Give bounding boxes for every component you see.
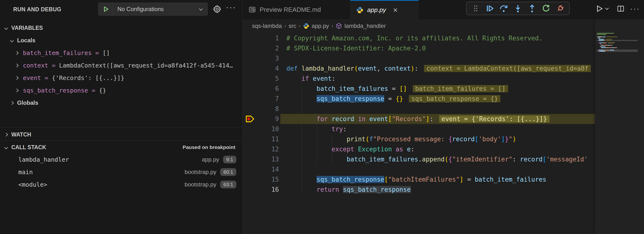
minimap[interactable]	[595, 19, 644, 234]
code-line[interactable]: 12 except Exception as e:	[243, 144, 595, 154]
debug-step-out-icon[interactable]	[526, 3, 538, 14]
breadcrumb-separator: ›	[299, 23, 300, 29]
frame-line-badge: 9:1	[223, 156, 236, 163]
line-number: 12	[243, 144, 279, 154]
run-file-icon[interactable]	[595, 4, 604, 13]
line-number: 5	[243, 74, 279, 84]
symbol-method-icon	[336, 23, 342, 29]
variable-equals: =	[92, 49, 102, 56]
watch-section-header[interactable]: WATCH	[0, 128, 242, 141]
drag-handle-icon[interactable]	[470, 3, 481, 14]
tab-app-py[interactable]: app.py	[350, 0, 419, 19]
breadcrumb-item[interactable]: sqs-lambda	[252, 23, 282, 29]
call-stack-section-header[interactable]: CALL STACK Paused on breakpoint	[0, 141, 242, 153]
variable-row[interactable]: sqs_batch_response = {}	[0, 84, 242, 97]
run-dropdown-chevron-icon[interactable]	[604, 6, 610, 11]
line-content: sqs_batch_response = {}sqs_batch_respons…	[286, 94, 500, 104]
close-icon[interactable]	[392, 7, 398, 13]
stack-frame-row[interactable]: <module>bootstrap.py63:1	[0, 178, 242, 191]
code-token: # SPDX-License-Identifier: Apache-2.0	[286, 45, 426, 52]
variable-row[interactable]: context = LambdaContext([aws_request_id=…	[0, 59, 242, 72]
code-token: {	[448, 156, 452, 163]
line-number: 3	[243, 53, 279, 63]
minimap-token-bar	[600, 46, 602, 47]
chevron-right-icon	[10, 101, 14, 105]
code-editor[interactable]: 1# Copyright Amazon.com, Inc. or its aff…	[243, 33, 595, 234]
debug-step-over-icon[interactable]	[498, 3, 510, 14]
chevron-down-icon	[199, 7, 203, 10]
code-token: record	[452, 135, 475, 143]
breadcrumb-item[interactable]: lambda_handler	[344, 23, 386, 29]
code-line[interactable]: 13 batch_item_failures.append({"itemIden…	[243, 154, 595, 164]
variable-row[interactable]: batch_item_failures = []	[0, 47, 242, 59]
variables-section-header[interactable]: VARIABLES	[0, 22, 242, 34]
code-line[interactable]: 11 print(f"Processed message: {record['b…	[243, 134, 595, 144]
split-editor-icon[interactable]	[616, 4, 625, 13]
code-token: =	[464, 176, 475, 183]
code-token: []	[400, 85, 407, 92]
debug-step-into-icon[interactable]	[512, 3, 524, 14]
code-token: :	[414, 65, 418, 72]
chevron-down-icon	[4, 145, 8, 149]
gear-icon[interactable]	[211, 3, 223, 15]
variable-value: []	[102, 49, 110, 56]
watch-section: WATCH	[0, 128, 242, 141]
debug-continue-icon[interactable]	[484, 3, 496, 14]
line-number: 7	[243, 94, 279, 104]
variable-row[interactable]: event = {'Records': [{...}]}	[0, 72, 242, 84]
variable-scope-row[interactable]: Locals	[0, 34, 242, 47]
code-token: :	[411, 146, 415, 153]
minimap-token-bar	[601, 44, 601, 44]
code-token: record	[332, 115, 354, 122]
code-line[interactable]: 1# Copyright Amazon.com, Inc. or its aff…	[243, 33, 595, 43]
code-token: event	[313, 75, 332, 82]
code-line[interactable]: 8	[243, 104, 595, 114]
stack-frame-row[interactable]: lambda_handlerapp.py9:1	[0, 153, 242, 166]
inline-debug-value: context = LambdaContext([aws_request_id=…	[424, 65, 591, 72]
variable-name: batch_item_failures	[23, 49, 92, 56]
editor-actions: ···	[592, 0, 644, 17]
code-line[interactable]: 3	[243, 53, 595, 63]
code-line[interactable]: 7 sqs_batch_response = {}sqs_batch_respo…	[243, 94, 595, 104]
line-content: def lambda_handler(event, context):conte…	[286, 63, 591, 74]
line-number: 1	[243, 33, 279, 43]
more-actions-icon[interactable]: ···	[630, 4, 640, 13]
code-line[interactable]: 15 sqs_batch_response["batchItemFailures…	[243, 174, 595, 185]
debug-disconnect-icon[interactable]	[554, 3, 566, 14]
code-line[interactable]: 5 if event:	[243, 74, 595, 84]
debug-config-dropdown[interactable]: No Configurations	[98, 3, 208, 16]
breadcrumb-item[interactable]: src	[288, 23, 296, 29]
code-token: if	[302, 75, 313, 82]
minimap-token-bar	[614, 47, 617, 48]
more-actions-icon[interactable]: ···	[224, 2, 238, 14]
line-number: 6	[243, 84, 279, 94]
chevron-right-icon	[15, 63, 19, 67]
tab-label: app.py	[367, 6, 386, 14]
tab-preview-readme[interactable]: Preview README.md	[243, 0, 350, 19]
code-line[interactable]: 9 for record in event["Records"]:event =…	[243, 114, 595, 124]
code-token: :	[343, 125, 347, 133]
code-token	[286, 115, 316, 122]
variable-name: sqs_batch_response	[23, 87, 88, 94]
code-token: =	[384, 95, 396, 102]
stack-frame-row[interactable]: mainbootstrap.py60:1	[0, 166, 242, 178]
minimap-token-bar	[602, 46, 604, 47]
code-line[interactable]: 16 return sqs_batch_response	[243, 185, 595, 195]
code-line[interactable]: 14	[243, 164, 595, 174]
python-icon	[356, 6, 364, 14]
scope-label: Globals	[17, 100, 38, 106]
code-line[interactable]: 2# SPDX-License-Identifier: Apache-2.0	[243, 43, 595, 53]
code-token: [	[542, 156, 546, 163]
variable-scope-row[interactable]: Globals	[0, 97, 242, 109]
debug-restart-icon[interactable]	[540, 3, 552, 14]
breadcrumb-item[interactable]: app.py	[312, 23, 329, 29]
minimap-content	[597, 33, 644, 52]
minimap-token-bar	[598, 38, 600, 38]
code-line[interactable]: 10 try:	[243, 124, 595, 134]
code-line[interactable]: 4def lambda_handler(event, context):cont…	[243, 63, 595, 74]
code-line[interactable]: 6 batch_item_failures = []batch_item_fai…	[243, 84, 595, 94]
code-token: def	[286, 65, 302, 72]
code-token: :	[430, 115, 434, 122]
breadcrumb-separator: ›	[332, 23, 333, 29]
code-token	[286, 156, 346, 163]
